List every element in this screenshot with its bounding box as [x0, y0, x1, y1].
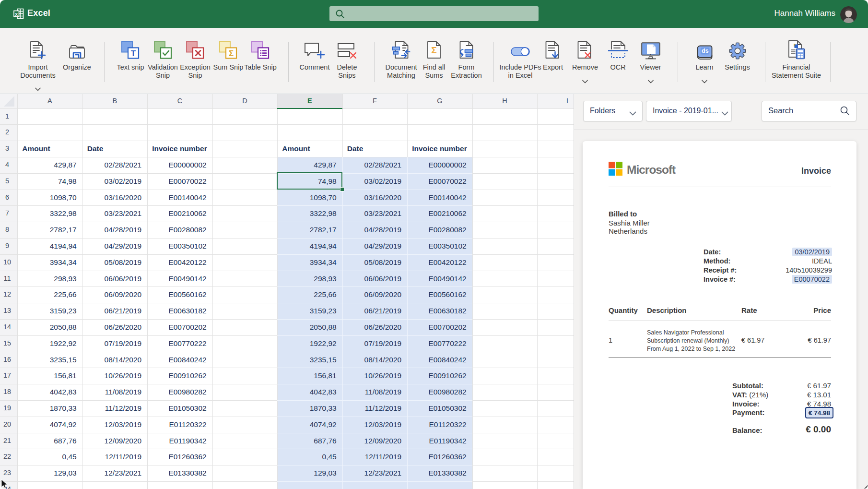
svg-text:Σ: Σ	[229, 49, 234, 58]
svg-text:ds: ds	[702, 48, 709, 54]
svg-text:x: x	[15, 11, 18, 17]
svg-text:Σ: Σ	[431, 45, 436, 55]
svg-text:T: T	[131, 49, 136, 58]
